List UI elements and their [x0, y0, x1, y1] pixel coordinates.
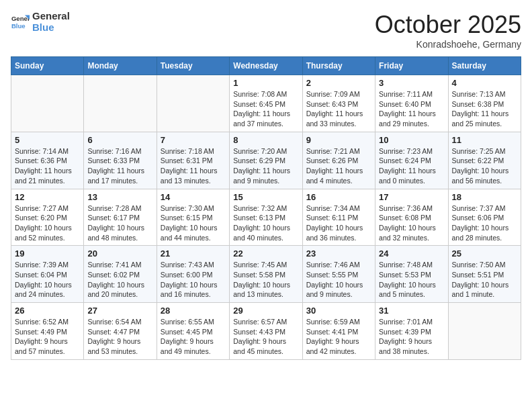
calendar-cell: 18Sunrise: 7:37 AM Sunset: 6:06 PM Dayli…: [448, 189, 521, 246]
day-number: 22: [233, 248, 298, 259]
month-title: October 2025: [375, 11, 521, 39]
calendar-cell: 23Sunrise: 7:46 AM Sunset: 5:55 PM Dayli…: [302, 246, 375, 303]
calendar-cell: 25Sunrise: 7:50 AM Sunset: 5:51 PM Dayli…: [448, 246, 521, 303]
day-info: Sunrise: 7:43 AM Sunset: 6:00 PM Dayligh…: [161, 260, 226, 300]
calendar-cell: 30Sunrise: 6:59 AM Sunset: 4:41 PM Dayli…: [302, 303, 375, 360]
calendar-cell: 3Sunrise: 7:11 AM Sunset: 6:40 PM Daylig…: [375, 75, 448, 132]
calendar-cell: 2Sunrise: 7:09 AM Sunset: 6:43 PM Daylig…: [302, 75, 375, 132]
weekday-header-tuesday: Tuesday: [157, 57, 229, 75]
day-info: Sunrise: 7:46 AM Sunset: 5:55 PM Dayligh…: [306, 260, 371, 300]
day-number: 2: [306, 78, 371, 88]
day-info: Sunrise: 7:11 AM Sunset: 6:40 PM Dayligh…: [379, 89, 444, 129]
calendar-cell: [157, 75, 229, 132]
day-info: Sunrise: 7:34 AM Sunset: 6:11 PM Dayligh…: [306, 203, 371, 243]
calendar-cell: 12Sunrise: 7:27 AM Sunset: 6:20 PM Dayli…: [11, 189, 84, 246]
weekday-header-monday: Monday: [84, 57, 157, 75]
day-number: 4: [452, 78, 517, 88]
week-row-1: 5Sunrise: 7:14 AM Sunset: 6:36 PM Daylig…: [11, 132, 521, 189]
day-info: Sunrise: 6:57 AM Sunset: 4:43 PM Dayligh…: [233, 317, 298, 357]
day-number: 26: [15, 306, 80, 316]
calendar-cell: 16Sunrise: 7:34 AM Sunset: 6:11 PM Dayli…: [302, 189, 375, 246]
day-info: Sunrise: 7:48 AM Sunset: 5:53 PM Dayligh…: [379, 260, 444, 300]
calendar-cell: 28Sunrise: 6:55 AM Sunset: 4:45 PM Dayli…: [157, 303, 229, 360]
page-header: General Blue General Blue October 2025 K…: [11, 11, 521, 50]
day-info: Sunrise: 7:13 AM Sunset: 6:38 PM Dayligh…: [452, 89, 517, 129]
calendar-cell: 17Sunrise: 7:36 AM Sunset: 6:08 PM Dayli…: [375, 189, 448, 246]
calendar-cell: 9Sunrise: 7:21 AM Sunset: 6:26 PM Daylig…: [302, 132, 375, 189]
weekday-header-thursday: Thursday: [302, 57, 375, 75]
day-info: Sunrise: 7:32 AM Sunset: 6:13 PM Dayligh…: [233, 203, 298, 243]
day-info: Sunrise: 7:18 AM Sunset: 6:31 PM Dayligh…: [161, 146, 226, 186]
day-info: Sunrise: 7:08 AM Sunset: 6:45 PM Dayligh…: [233, 89, 298, 129]
day-info: Sunrise: 7:16 AM Sunset: 6:33 PM Dayligh…: [87, 146, 152, 186]
calendar-cell: 14Sunrise: 7:30 AM Sunset: 6:15 PM Dayli…: [157, 189, 229, 246]
day-info: Sunrise: 7:25 AM Sunset: 6:22 PM Dayligh…: [452, 146, 517, 186]
day-number: 16: [306, 192, 371, 202]
day-number: 13: [87, 192, 152, 202]
day-number: 23: [306, 248, 371, 259]
day-number: 29: [233, 306, 298, 316]
day-number: 8: [233, 135, 298, 145]
weekday-header-wednesday: Wednesday: [230, 57, 302, 75]
day-number: 7: [161, 135, 226, 145]
logo-line2: Blue: [32, 22, 70, 34]
day-number: 30: [306, 306, 371, 316]
day-info: Sunrise: 6:55 AM Sunset: 4:45 PM Dayligh…: [161, 317, 226, 357]
location: Konradshoehe, Germany: [375, 39, 521, 50]
calendar-body: 1Sunrise: 7:08 AM Sunset: 6:45 PM Daylig…: [11, 75, 521, 360]
day-number: 6: [87, 135, 152, 145]
calendar-cell: 31Sunrise: 7:01 AM Sunset: 4:39 PM Dayli…: [375, 303, 448, 360]
calendar-cell: 7Sunrise: 7:18 AM Sunset: 6:31 PM Daylig…: [157, 132, 229, 189]
day-number: 19: [15, 248, 80, 259]
day-info: Sunrise: 7:09 AM Sunset: 6:43 PM Dayligh…: [306, 89, 371, 129]
week-row-2: 12Sunrise: 7:27 AM Sunset: 6:20 PM Dayli…: [11, 189, 521, 246]
week-row-0: 1Sunrise: 7:08 AM Sunset: 6:45 PM Daylig…: [11, 75, 521, 132]
calendar-cell: 1Sunrise: 7:08 AM Sunset: 6:45 PM Daylig…: [230, 75, 302, 132]
day-info: Sunrise: 7:28 AM Sunset: 6:17 PM Dayligh…: [87, 203, 152, 243]
calendar-cell: [84, 75, 157, 132]
day-number: 31: [379, 306, 444, 316]
day-number: 9: [306, 135, 371, 145]
week-row-3: 19Sunrise: 7:39 AM Sunset: 6:04 PM Dayli…: [11, 246, 521, 303]
calendar-cell: 24Sunrise: 7:48 AM Sunset: 5:53 PM Dayli…: [375, 246, 448, 303]
day-info: Sunrise: 7:01 AM Sunset: 4:39 PM Dayligh…: [379, 317, 444, 357]
title-block: October 2025 Konradshoehe, Germany: [375, 11, 521, 50]
calendar-cell: [448, 303, 521, 360]
day-number: 12: [15, 192, 80, 202]
day-number: 3: [379, 78, 444, 88]
day-info: Sunrise: 7:23 AM Sunset: 6:24 PM Dayligh…: [379, 146, 444, 186]
day-info: Sunrise: 7:41 AM Sunset: 6:02 PM Dayligh…: [87, 260, 152, 300]
day-info: Sunrise: 7:37 AM Sunset: 6:06 PM Dayligh…: [452, 203, 517, 243]
calendar-header: SundayMondayTuesdayWednesdayThursdayFrid…: [11, 57, 521, 75]
day-number: 27: [87, 306, 152, 316]
day-number: 25: [452, 248, 517, 259]
calendar-cell: 4Sunrise: 7:13 AM Sunset: 6:38 PM Daylig…: [448, 75, 521, 132]
week-row-4: 26Sunrise: 6:52 AM Sunset: 4:49 PM Dayli…: [11, 303, 521, 360]
weekday-header-row: SundayMondayTuesdayWednesdayThursdayFrid…: [11, 57, 521, 75]
day-info: Sunrise: 6:54 AM Sunset: 4:47 PM Dayligh…: [87, 317, 152, 357]
day-number: 15: [233, 192, 298, 202]
svg-text:Blue: Blue: [11, 21, 26, 29]
calendar-cell: 22Sunrise: 7:45 AM Sunset: 5:58 PM Dayli…: [230, 246, 302, 303]
day-number: 28: [161, 306, 226, 316]
logo-line1: General: [32, 11, 70, 22]
logo: General Blue General Blue: [11, 11, 70, 33]
weekday-header-friday: Friday: [375, 57, 448, 75]
day-info: Sunrise: 7:27 AM Sunset: 6:20 PM Dayligh…: [15, 203, 80, 243]
calendar-cell: 27Sunrise: 6:54 AM Sunset: 4:47 PM Dayli…: [84, 303, 157, 360]
logo-icon: General Blue: [11, 13, 30, 32]
calendar-cell: [11, 75, 84, 132]
calendar-cell: 29Sunrise: 6:57 AM Sunset: 4:43 PM Dayli…: [230, 303, 302, 360]
day-info: Sunrise: 7:14 AM Sunset: 6:36 PM Dayligh…: [15, 146, 80, 186]
day-number: 24: [379, 248, 444, 259]
day-number: 17: [379, 192, 444, 202]
day-number: 11: [452, 135, 517, 145]
day-number: 1: [233, 78, 298, 88]
day-info: Sunrise: 6:59 AM Sunset: 4:41 PM Dayligh…: [306, 317, 371, 357]
calendar-cell: 8Sunrise: 7:20 AM Sunset: 6:29 PM Daylig…: [230, 132, 302, 189]
calendar-cell: 20Sunrise: 7:41 AM Sunset: 6:02 PM Dayli…: [84, 246, 157, 303]
day-number: 21: [161, 248, 226, 259]
calendar-cell: 10Sunrise: 7:23 AM Sunset: 6:24 PM Dayli…: [375, 132, 448, 189]
day-number: 10: [379, 135, 444, 145]
calendar-cell: 13Sunrise: 7:28 AM Sunset: 6:17 PM Dayli…: [84, 189, 157, 246]
